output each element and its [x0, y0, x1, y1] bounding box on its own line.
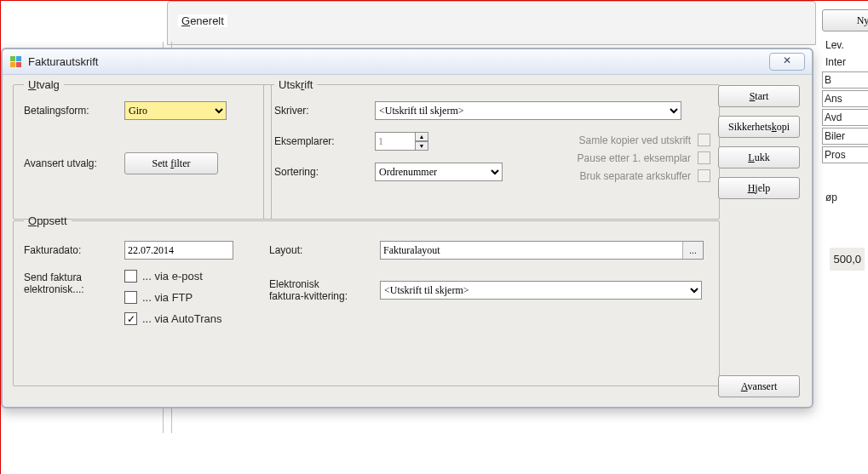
oppsett-legend: Oppsett [24, 214, 72, 227]
avansert-utvalg-label: Avansert utvalg: [24, 157, 124, 169]
svg-rect-3 [16, 62, 21, 67]
utskrift-group: Utskrift Skriver: <Utskrift til skjerm> … [263, 78, 720, 220]
svg-rect-1 [16, 56, 21, 61]
bg-b-box: B [822, 71, 868, 89]
bg-avd-box: Avd [822, 109, 868, 126]
eksemplarer-input[interactable] [375, 132, 416, 151]
bg-generelt-label: Generelt [178, 14, 227, 27]
svg-rect-2 [10, 62, 15, 67]
bg-biler-box: Biler [822, 128, 868, 145]
fakturadato-label: Fakturadato: [24, 244, 124, 256]
betalingsform-label: Betalingsform: [24, 105, 124, 117]
close-button[interactable]: ✕ [769, 53, 805, 71]
window-title: Fakturautskrift [28, 55, 98, 68]
bg-inter-label: Inter [822, 54, 868, 71]
app-icon [9, 54, 23, 68]
bg-op-label: øp [822, 189, 868, 206]
sortering-select[interactable]: Ordrenummer [375, 163, 503, 181]
separate-arkskuffer-check[interactable]: Bruk separate arkskuffer [578, 169, 710, 182]
eksemplarer-down-button[interactable]: ▼ [415, 141, 428, 151]
skriver-select[interactable]: <Utskrift til skjerm> [375, 101, 681, 120]
lukk-button[interactable]: Lukk [718, 146, 800, 168]
eksemplarer-up-button[interactable]: ▲ [415, 132, 428, 141]
send-faktura-label-1: Send faktura [24, 271, 82, 283]
samle-kopier-check[interactable]: Samle kopier ved utskrift [578, 134, 710, 146]
utvalg-group: Utvalg Betalingsform: Giro Avansert utva… [13, 78, 272, 220]
hjelp-button[interactable]: Hjelp [718, 177, 800, 199]
sikkerhetskopi-button[interactable]: Sikkerhetskopi [718, 116, 800, 138]
avansert-button[interactable]: Avansert [718, 375, 800, 397]
layout-input[interactable] [381, 242, 682, 259]
sortering-label: Sortering: [274, 166, 375, 178]
elk-label-2: faktura-kvittering: [269, 290, 348, 302]
layout-browse-button[interactable]: ... [682, 242, 703, 259]
elk-label-1: Elektronisk [269, 278, 319, 290]
eksemplarer-label: Eksemplarer: [274, 135, 375, 147]
via-ftp-check[interactable]: ... via FTP [124, 291, 221, 304]
svg-rect-0 [10, 56, 15, 61]
elk-kvittering-select[interactable]: <Utskrift til skjerm> [380, 281, 702, 300]
bg-ny-button[interactable]: Ny [822, 9, 868, 31]
sett-filter-button[interactable]: Sett filter [124, 152, 218, 174]
send-faktura-label-2: elektronisk...: [24, 283, 84, 295]
fakturautskrift-window: Fakturautskrift ✕ Utvalg Betalingsform: … [1, 48, 813, 408]
bg-ans-box: Ans [822, 90, 868, 107]
bg-lev-label: Lev. [822, 37, 868, 54]
oppsett-group: Oppsett Fakturadato: Send faktura elektr… [13, 214, 720, 386]
via-autotrans-check[interactable]: ... via AutoTrans [124, 312, 221, 325]
bg-total-label: 500,0 [830, 248, 865, 271]
layout-label: Layout: [269, 244, 380, 256]
utskrift-legend: Utskrift [274, 78, 317, 91]
utvalg-legend: Utvalg [24, 78, 64, 91]
betalingsform-select[interactable]: Giro [124, 101, 227, 120]
via-epost-check[interactable]: ... via e-post [124, 270, 221, 283]
titlebar: Fakturautskrift ✕ [3, 49, 812, 75]
skriver-label: Skriver: [274, 105, 375, 117]
pause-etter-check[interactable]: Pause etter 1. eksemplar [578, 151, 710, 164]
bg-pros-box: Pros [822, 146, 868, 163]
start-button[interactable]: Start [718, 85, 800, 107]
fakturadato-input[interactable] [124, 241, 233, 260]
